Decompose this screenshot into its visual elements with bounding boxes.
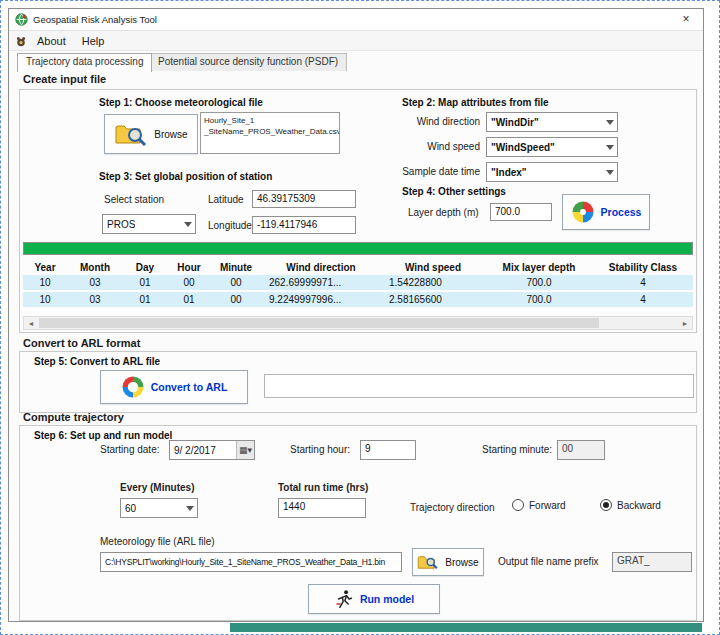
col-month[interactable]: Month <box>67 260 123 275</box>
radio-forward-circle <box>512 499 524 511</box>
col-wind-direction[interactable]: Wind direction <box>261 260 381 275</box>
every-minutes-value: 60 <box>125 503 136 514</box>
browse-met-file-button[interactable]: Browse <box>104 114 198 154</box>
pinwheel-icon <box>571 200 595 224</box>
wind-speed-value: "WindSpeed" <box>491 142 555 153</box>
tab-psdf[interactable]: Potential source density function (PSDF) <box>149 53 347 71</box>
scrollbar-thumb[interactable] <box>39 318 599 328</box>
cell: 00 <box>167 275 211 291</box>
tab-strip: Trajectory data processing Potential sou… <box>15 53 697 71</box>
layer-depth-field[interactable]: 700.0 <box>490 203 552 221</box>
longitude-field[interactable]: -119.4117946 <box>252 216 356 234</box>
cell: 262.69999971... <box>261 275 381 291</box>
window-title: Geospatial Risk Analysis Tool <box>33 14 157 25</box>
wind-speed-label: Wind speed <box>380 141 480 152</box>
step4-title: Step 4: Other settings <box>402 186 506 197</box>
chevron-down-icon <box>184 222 192 231</box>
station-select[interactable]: PROS <box>102 214 196 234</box>
cell: 01 <box>167 291 211 308</box>
cell: 2.58165600 <box>381 291 485 308</box>
col-minute[interactable]: Minute <box>211 260 261 275</box>
select-station-label: Select station <box>104 194 164 205</box>
title-bar[interactable]: Geospatial Risk Analysis Tool × <box>9 9 703 31</box>
radio-forward-label: Forward <box>529 500 566 511</box>
chevron-down-icon <box>606 170 614 179</box>
browse-met-file-label: Browse <box>154 129 187 140</box>
starting-date-picker[interactable]: 9/ 2/2017 ▦▾ <box>169 440 255 460</box>
wind-speed-select[interactable]: "WindSpeed" <box>486 137 618 157</box>
sample-date-time-value: "Index" <box>491 167 527 178</box>
chevron-down-icon <box>606 120 614 129</box>
step6-title: Step 6: Set up and run model <box>34 430 172 441</box>
scroll-right-icon[interactable]: ► <box>678 317 692 329</box>
cell: 03 <box>67 291 123 308</box>
cell: 01 <box>123 291 167 308</box>
cell: 10 <box>23 291 67 308</box>
table-row[interactable]: 10 03 01 01 00 9.2249997996... 2.5816560… <box>23 291 693 308</box>
app-icon <box>15 13 28 26</box>
cell: 700.0 <box>485 291 593 308</box>
browse-arl-file-button[interactable]: Browse <box>412 548 484 576</box>
create-input-heading: Create input file <box>23 73 106 85</box>
close-button[interactable]: × <box>669 9 703 30</box>
total-run-time-label: Total run time (hrs) <box>278 482 368 493</box>
longitude-label: Longitude <box>208 220 252 231</box>
radio-forward[interactable]: Forward <box>512 499 566 511</box>
cell: 03 <box>67 275 123 291</box>
col-day[interactable]: Day <box>123 260 167 275</box>
step5-title: Step 5: Convert to ARL file <box>34 356 160 367</box>
col-stability-class[interactable]: Stability Class <box>593 260 693 275</box>
browse-arl-file-label: Browse <box>445 557 478 568</box>
convert-group: Step 5: Convert to ARL file Convert to A… <box>19 351 697 413</box>
run-model-button[interactable]: Run model <box>308 584 440 614</box>
table-horizontal-scrollbar[interactable]: ◄ ► <box>23 316 693 330</box>
convert-to-arl-button[interactable]: Convert to ARL <box>100 370 248 404</box>
latitude-label: Latitude <box>208 194 244 205</box>
station-value: PROS <box>107 219 135 230</box>
calendar-dropdown-icon[interactable]: ▦▾ <box>236 441 254 459</box>
met-arl-file-field[interactable]: C:\HYSPLIT\working\Hourly_Site_1_SiteNam… <box>100 552 402 572</box>
compute-group: Step 6: Set up and run model Starting da… <box>19 425 697 621</box>
output-prefix-label: Output file name prefix <box>498 556 599 567</box>
convert-progress-bar <box>264 374 694 398</box>
met-file-line1: Hourly_Site_1 <box>204 116 336 127</box>
table-row[interactable]: 10 03 01 00 00 262.69999971... 1.5422880… <box>23 275 693 291</box>
col-year[interactable]: Year <box>23 260 67 275</box>
col-mix-layer-depth[interactable]: Mix layer depth <box>485 260 593 275</box>
step1-title: Step 1: Choose meteorological file <box>99 97 263 108</box>
latitude-field[interactable]: 46.39175309 <box>252 190 356 208</box>
every-minutes-label: Every (Minutes) <box>120 482 194 493</box>
color-ring-icon <box>121 375 145 399</box>
cell: 10 <box>23 275 67 291</box>
chevron-down-icon <box>606 145 614 154</box>
starting-minute-field: 00 <box>557 440 605 460</box>
trajectory-direction-label: Trajectory direction <box>410 502 495 513</box>
compute-heading: Compute trajectory <box>23 411 124 423</box>
total-run-time-field[interactable]: 1440 <box>278 498 366 518</box>
menu-item-about[interactable]: About <box>29 33 74 49</box>
menu-item-help[interactable]: Help <box>74 33 113 49</box>
menu-app-icon <box>15 35 27 47</box>
layer-depth-label: Layer depth (m) <box>408 207 479 218</box>
process-button[interactable]: Process <box>562 194 650 230</box>
col-wind-speed[interactable]: Wind speed <box>381 260 485 275</box>
radio-backward-circle <box>600 499 612 511</box>
step3-title: Step 3: Set global position of station <box>99 171 272 182</box>
run-model-label: Run model <box>360 593 414 605</box>
met-file-line2: _SiteName_PROS_Weather_Data.csv <box>204 127 336 138</box>
sample-date-time-select[interactable]: "Index" <box>486 162 618 182</box>
wind-direction-label: Wind direction <box>380 116 480 127</box>
scroll-left-icon[interactable]: ◄ <box>24 317 38 329</box>
wind-direction-select[interactable]: "WindDir" <box>486 112 618 132</box>
create-input-group: Step 1: Choose meteorological file Brows… <box>19 89 697 333</box>
output-prefix-field[interactable]: GRAT_ <box>612 552 692 572</box>
radio-backward[interactable]: Backward <box>600 499 661 511</box>
cell: 4 <box>593 275 693 291</box>
process-label: Process <box>601 206 642 218</box>
cell: 700.0 <box>485 275 593 291</box>
every-minutes-select[interactable]: 60 <box>120 498 198 518</box>
col-hour[interactable]: Hour <box>167 260 211 275</box>
starting-hour-field[interactable]: 9 <box>360 440 416 460</box>
cell: 00 <box>211 291 261 308</box>
tab-trajectory-data-processing[interactable]: Trajectory data processing <box>17 53 152 72</box>
